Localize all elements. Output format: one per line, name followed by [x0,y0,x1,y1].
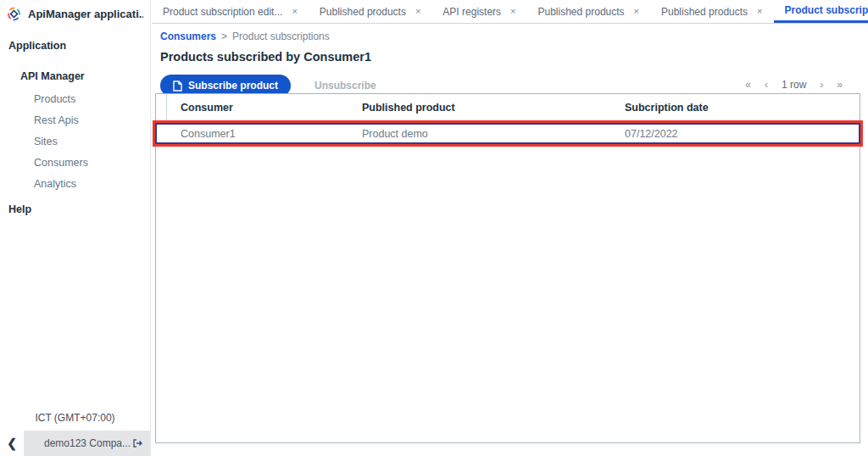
sidebar: ApiManager applicati... Application API … [0,0,151,456]
breadcrumb: Consumers > Product subscriptions [160,31,868,42]
previous-page-icon[interactable]: ‹ [765,79,768,91]
tab-label: Product subscription edit... [163,6,282,18]
cell-published-product: Product demo [348,128,611,140]
sidebar-item-rest-apis[interactable]: Rest Apis [34,110,150,131]
breadcrumb-current: Product subscriptions [232,31,330,42]
cell-consumer: Consumer1 [167,128,348,140]
document-icon [173,81,182,92]
column-header-consumer: Consumer [167,102,348,114]
tab-label: Published products [320,6,406,18]
sidebar-collapse-button[interactable]: ❮ [0,431,24,456]
logout-icon[interactable] [131,437,143,449]
app-logo-icon [7,7,21,21]
first-page-icon[interactable]: « [745,79,751,91]
breadcrumb-separator: > [221,31,227,42]
tab-published-products-1[interactable]: Published products × [309,0,432,23]
sidebar-item-sites[interactable]: Sites [34,131,150,153]
tab-product-subscription-edit[interactable]: Product subscription edit... × [152,0,309,23]
column-header-subscription-date: Subcription date [611,102,860,114]
next-page-icon[interactable]: › [820,79,823,91]
tab-label: Published products [661,6,748,18]
tab-bar: Product subscription edit... × Published… [152,0,868,24]
table-header-row: Consumer Published product Subcription d… [156,94,860,121]
sidebar-item-products[interactable]: Products [34,89,150,110]
close-icon[interactable]: × [415,7,420,16]
tab-published-products-3[interactable]: Published products × [650,0,774,23]
close-icon[interactable]: × [292,7,297,16]
subscribe-product-label: Subscribe product [188,80,278,92]
tab-product-subscriptions[interactable]: Product subscriptions × [774,0,868,23]
timezone-label: ICT (GMT+07:00) [0,412,150,424]
close-icon[interactable]: × [510,7,515,16]
account-switcher[interactable]: demo123 Compa... [24,431,151,456]
sidebar-section-api-manager[interactable]: API Manager [20,70,150,82]
content-area: Consumers > Product subscriptions Produc… [152,24,868,97]
tab-published-products-2[interactable]: Published products × [527,0,651,23]
sidebar-nav: Products Rest Apis Sites Consumers Analy… [34,89,150,195]
selection-cell [156,121,167,146]
sidebar-item-consumers[interactable]: Consumers [34,153,150,174]
sidebar-section-application[interactable]: Application [8,40,150,52]
tab-label: Product subscriptions [785,4,868,16]
account-label: demo123 Compa... [44,437,131,449]
row-count-label: 1 row [782,79,806,91]
selection-column-header [156,94,167,121]
close-icon[interactable]: × [757,7,762,16]
subscriptions-table: Consumer Published product Subcription d… [155,93,860,443]
sidebar-item-analytics[interactable]: Analytics [34,174,150,195]
unsubscribe-button[interactable]: Unsubscribe [314,80,376,92]
column-header-published-product: Published product [348,102,611,114]
sidebar-section-help[interactable]: Help [8,203,150,215]
chevron-left-icon: ❮ [7,437,17,450]
pagination: « ‹ 1 row › » [745,79,843,91]
tab-label: API registers [442,6,501,18]
cell-subscription-date: 07/12/2022 [611,128,860,140]
app-title: ApiManager applicati... [28,8,143,20]
app-header: ApiManager applicati... [0,0,150,25]
sidebar-footer: ❮ demo123 Compa... [0,431,151,456]
table-row[interactable]: Consumer1 Product demo 07/12/2022 [156,121,860,146]
tab-api-registers[interactable]: API registers × [431,0,526,23]
app-window: ApiManager applicati... Application API … [0,0,868,456]
tab-label: Published products [538,6,625,18]
last-page-icon[interactable]: » [837,79,843,91]
close-icon[interactable]: × [634,7,639,16]
page-title: Products subscribed by Consumer1 [160,50,868,64]
breadcrumb-consumers-link[interactable]: Consumers [160,31,216,42]
